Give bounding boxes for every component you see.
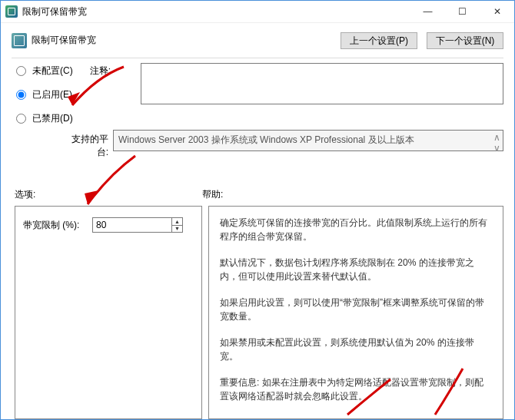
bandwidth-limit-stepper[interactable]: ▲ ▼: [92, 217, 183, 233]
radio-enabled-input[interactable]: [16, 90, 26, 100]
maximize-button[interactable]: ☐: [445, 1, 480, 22]
spinner: ▲ ▼: [171, 218, 182, 232]
bandwidth-limit-row: 带宽限制 (%): ▲ ▼: [23, 217, 194, 233]
policy-icon: [12, 33, 27, 48]
radio-disabled[interactable]: 已禁用(D): [16, 112, 73, 125]
comment-textarea[interactable]: [141, 63, 503, 104]
app-icon: [5, 5, 18, 18]
config-state-radios: 未配置(C) 已启用(E) 已禁用(D): [16, 63, 73, 125]
platform-row: 支持的平台: Windows Server 2003 操作系统或 Windows…: [1, 130, 514, 159]
platform-scroll-icon[interactable]: ∧∨: [492, 132, 501, 149]
config-row: 未配置(C) 已启用(E) 已禁用(D) 注释:: [1, 58, 514, 125]
help-paragraph: 如果启用此设置，则可以使用“带宽限制”框来调整系统可保留的带宽数量。: [220, 296, 492, 323]
platform-box: Windows Server 2003 操作系统或 Windows XP Pro…: [113, 130, 503, 151]
header-row: 限制可保留带宽 上一个设置(P) 下一个设置(N): [1, 23, 514, 58]
radio-not-configured-label: 未配置(C): [32, 64, 73, 78]
comment-area: 注释:: [90, 63, 503, 125]
radio-enabled[interactable]: 已启用(E): [16, 88, 73, 101]
comment-label: 注释:: [90, 63, 136, 78]
next-setting-button[interactable]: 下一个设置(N): [427, 32, 503, 49]
spinner-down-icon[interactable]: ▼: [172, 226, 182, 233]
help-paragraph: 确定系统可保留的连接带宽的百分比。此值限制系统上运行的所有程序的组合带宽保留。: [220, 216, 492, 243]
bandwidth-limit-label: 带宽限制 (%):: [23, 219, 86, 232]
lower-panels: 带宽限制 (%): ▲ ▼ 确定系统可保留的连接带宽的百分比。此值限制系统上运行…: [1, 206, 514, 419]
policy-title: 限制可保留带宽: [32, 34, 96, 47]
help-paragraph: 默认情况下，数据包计划程序将系统限制在 20% 的连接带宽之内，但可以使用此设置…: [220, 256, 492, 283]
window-title: 限制可保留带宽: [22, 5, 410, 18]
titlebar[interactable]: 限制可保留带宽 — ☐ ✕: [1, 1, 514, 23]
radio-enabled-label: 已启用(E): [32, 88, 72, 101]
help-paragraph: 如果禁用或未配置此设置，则系统使用默认值为 20% 的连接带宽。: [220, 336, 492, 363]
spinner-up-icon[interactable]: ▲: [172, 218, 182, 226]
minimize-button[interactable]: —: [410, 1, 445, 22]
bandwidth-limit-input[interactable]: [93, 218, 171, 232]
window-controls: — ☐ ✕: [410, 1, 514, 22]
options-section-label: 选项:: [15, 188, 202, 201]
radio-not-configured[interactable]: 未配置(C): [16, 64, 73, 78]
dialog-window: 限制可保留带宽 — ☐ ✕ 限制可保留带宽 上一个设置(P) 下一个设置(N) …: [0, 0, 515, 420]
prev-setting-button[interactable]: 上一个设置(P): [341, 32, 417, 49]
close-button[interactable]: ✕: [480, 1, 514, 22]
platform-value: Windows Server 2003 操作系统或 Windows XP Pro…: [118, 134, 414, 145]
section-labels: 选项: 帮助:: [1, 159, 514, 206]
options-panel: 带宽限制 (%): ▲ ▼: [15, 206, 202, 419]
radio-not-configured-input[interactable]: [16, 66, 26, 76]
help-paragraph: 重要信息: 如果在注册表中为特定网络适配器设置带宽限制，则配置该网络适配器时就会…: [220, 375, 492, 403]
radio-disabled-input[interactable]: [16, 114, 26, 124]
platform-label: 支持的平台:: [62, 130, 108, 159]
help-section-label: 帮助:: [202, 188, 223, 201]
radio-disabled-label: 已禁用(D): [32, 112, 73, 125]
help-panel: 确定系统可保留的连接带宽的百分比。此值限制系统上运行的所有程序的组合带宽保留。 …: [208, 206, 503, 419]
